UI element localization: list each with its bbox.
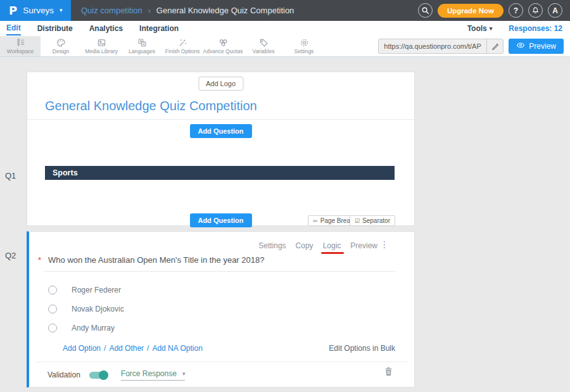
survey-title[interactable]: General Knowledge Quiz Competition (45, 99, 257, 113)
add-option-link[interactable]: Add Option (63, 344, 101, 353)
option-label[interactable]: Roger Federer (72, 286, 121, 294)
toolbar-item-finish-options[interactable]: Finish Options (162, 36, 203, 56)
advance-quotas-icon (218, 38, 228, 47)
question-text-underline (44, 271, 395, 272)
avatar[interactable]: A (548, 3, 562, 18)
toolbar-item-variables[interactable]: Variables (243, 36, 284, 56)
settings-icon (300, 38, 309, 47)
surveys-menu[interactable]: P Surveys ▾ (0, 0, 71, 21)
question-card-q2: Settings Copy Logic Preview ⋮ *Who won t… (27, 231, 415, 388)
answer-option-row: Novak Djokovic (48, 305, 124, 313)
toolbar-item-advance-quotas[interactable]: Advance Quotas (203, 36, 243, 56)
question-logic-action[interactable]: Logic (323, 241, 341, 250)
top-bar: P Surveys ▾ Quiz competition › General K… (0, 0, 570, 21)
add-question-button-bottom[interactable]: Add Question (189, 213, 251, 227)
tab-distribute[interactable]: Distribute (37, 23, 73, 35)
chevron-down-icon: ▾ (182, 371, 186, 377)
languages-icon: A (137, 38, 147, 47)
question-settings-action[interactable]: Settings (258, 241, 286, 250)
validation-row: Validation Force Response ▾ (48, 369, 185, 381)
notifications-bell-icon[interactable] (528, 3, 543, 18)
upgrade-now-button[interactable]: Upgrade Now (438, 4, 504, 18)
toolbar-item-design[interactable]: Design (41, 36, 81, 56)
breadcrumb: Quiz competition › General Knowledge Qui… (81, 6, 294, 15)
media-library-icon (97, 38, 106, 47)
question-number-q1: Q1 (5, 171, 16, 180)
divider (27, 119, 414, 120)
breadcrumb-separator-icon: › (148, 6, 151, 15)
question-text[interactable]: Who won the Australian Open Men's Title … (48, 255, 264, 265)
breadcrumb-parent[interactable]: Quiz competition (81, 6, 142, 15)
breadcrumb-current: General Knowledge Quiz Competition (156, 6, 294, 15)
eye-icon (516, 42, 525, 51)
question-actions: Settings Copy Logic Preview (258, 241, 377, 250)
questionpro-logo: P (9, 4, 17, 17)
tools-label: Tools (467, 24, 487, 33)
question-number-q2: Q2 (5, 251, 16, 260)
add-other-link[interactable]: Add Other (109, 344, 144, 353)
add-question-button-top[interactable]: Add Question (189, 124, 251, 138)
tab-integration[interactable]: Integration (139, 23, 179, 35)
design-icon (56, 38, 66, 47)
link-separator: / (147, 344, 149, 353)
q1-section-heading[interactable]: Sports (45, 166, 395, 180)
page-break-icon: ✂ (313, 218, 318, 224)
survey-editor-canvas: Q1 Q2 Add Logo General Knowledge Quiz Co… (0, 57, 570, 392)
search-icon[interactable] (418, 3, 433, 18)
question-preview-action[interactable]: Preview (350, 241, 377, 250)
validation-label: Validation (48, 370, 80, 379)
answer-option-row: Andy Murray (48, 324, 115, 332)
toolbar-right: Preview (378, 36, 570, 56)
radio-button[interactable] (48, 324, 57, 332)
toggle-thumb (99, 370, 108, 380)
help-icon[interactable]: ? (509, 3, 523, 18)
link-separator: / (104, 344, 106, 353)
kebab-menu-icon[interactable]: ⋮ (380, 239, 389, 250)
add-logo-button[interactable]: Add Logo (198, 77, 243, 91)
radio-button[interactable] (48, 305, 57, 313)
main-tabs: Edit Distribute Analytics Integration To… (0, 21, 570, 36)
separator-button[interactable]: ☑ Separator (350, 215, 395, 226)
edit-toolbar: Workspace Design Media Library A Languag… (0, 36, 570, 57)
add-na-option-link[interactable]: Add NA Option (152, 344, 202, 353)
required-asterisk: * (38, 255, 41, 265)
separator-icon: ☑ (355, 218, 360, 224)
answer-option-row: Roger Federer (48, 286, 121, 294)
option-label[interactable]: Andy Murray (72, 324, 115, 332)
chevron-down-icon: ▾ (60, 8, 63, 13)
toolbar-item-workspace[interactable]: Workspace (0, 36, 41, 56)
survey-url-input[interactable] (379, 42, 486, 50)
variables-icon (259, 38, 269, 47)
edit-url-pencil-icon[interactable] (486, 39, 503, 54)
survey-header-card: Add Logo General Knowledge Quiz Competit… (27, 72, 415, 226)
divider (35, 362, 408, 362)
toolbar-item-settings[interactable]: Settings (284, 36, 324, 56)
radio-button[interactable] (48, 286, 57, 294)
survey-url-box (378, 39, 504, 54)
force-response-dropdown[interactable]: Force Response ▾ (121, 369, 186, 381)
tab-analytics[interactable]: Analytics (89, 23, 123, 35)
workspace-icon (16, 38, 25, 47)
tab-edit[interactable]: Edit (6, 22, 21, 35)
svg-text:A: A (142, 42, 144, 46)
question-text-row: *Who won the Australian Open Men's Title… (38, 255, 395, 265)
responses-count[interactable]: Responses: 12 (509, 24, 562, 33)
question-copy-action[interactable]: Copy (296, 241, 314, 250)
toolbar-item-languages[interactable]: A Languages (122, 36, 162, 56)
preview-button[interactable]: Preview (509, 39, 564, 54)
chevron-down-icon: ▾ (490, 26, 493, 32)
tools-dropdown[interactable]: Tools ▾ (467, 24, 493, 33)
validation-toggle[interactable] (89, 372, 107, 379)
option-label[interactable]: Novak Djokovic (72, 305, 124, 313)
edit-options-in-bulk-link[interactable]: Edit Options in Bulk (329, 344, 395, 353)
add-option-links: Add Option / Add Other / Add NA Option (63, 344, 203, 353)
toolbar-item-media-library[interactable]: Media Library (81, 36, 122, 56)
topbar-actions: Upgrade Now ? A (418, 3, 570, 18)
finish-options-icon (178, 38, 187, 47)
surveys-label: Surveys (23, 6, 54, 15)
tabrow-right: Tools ▾ Responses: 12 (467, 24, 570, 33)
delete-question-trash-icon[interactable] (384, 367, 393, 378)
